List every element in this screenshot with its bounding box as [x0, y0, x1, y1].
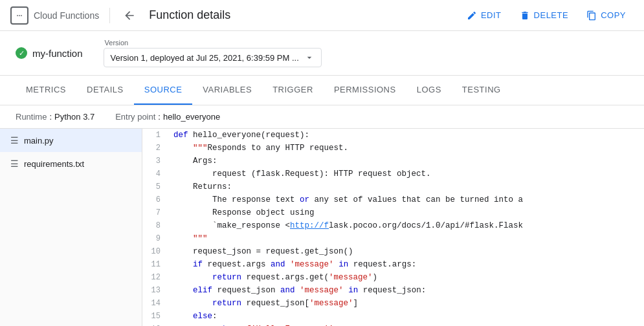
line-code: return request.args.get('message') [168, 271, 644, 284]
table-row: 13 elif request_json and 'message' in re… [142, 284, 644, 297]
line-number: 6 [142, 193, 168, 206]
entry-point-colon: : [158, 112, 161, 122]
line-code: `make_response <http://flask.pocoo.org/d… [168, 219, 644, 232]
line-code: Args: [168, 155, 644, 168]
status-icon: ✓ [16, 47, 27, 59]
file-icon-main: ☰ [10, 135, 19, 146]
logo-icon: ··· [10, 6, 28, 25]
line-code: return f'Hello Everyone!' [168, 323, 644, 326]
app-logo: ··· Cloud Functions [10, 6, 99, 25]
copy-button[interactable]: COPY [579, 6, 634, 25]
top-nav: ··· Cloud Functions Function details EDI… [0, 0, 644, 31]
tab-permissions[interactable]: PERMISSIONS [324, 76, 406, 105]
copy-label: COPY [601, 10, 626, 20]
version-value: Version 1, deployed at Jul 25, 2021, 6:3… [111, 53, 299, 63]
line-code: """Responds to any HTTP request. [168, 142, 644, 155]
tab-testing[interactable]: TESTING [452, 76, 511, 105]
line-number: 9 [142, 232, 168, 245]
file-tree: ☰ main.py ☰ requirements.txt [0, 129, 142, 326]
tab-details[interactable]: DETAILS [76, 76, 134, 105]
code-editor[interactable]: 1def hello_everyone(request):2 """Respon… [142, 129, 644, 326]
version-selector: Version Version 1, deployed at Jul 25, 2… [104, 39, 322, 67]
runtime-colon: : [49, 112, 52, 122]
delete-button[interactable]: DELETE [512, 6, 577, 25]
line-number: 7 [142, 206, 168, 219]
line-number: 4 [142, 168, 168, 180]
tab-source[interactable]: SOURCE [134, 76, 193, 105]
table-row: 12 return request.args.get('message') [142, 271, 644, 284]
line-number: 12 [142, 271, 168, 284]
table-row: 5 Returns: [142, 180, 644, 193]
tab-metrics[interactable]: METRICS [16, 76, 76, 105]
tab-variables[interactable]: VARIABLES [192, 76, 262, 105]
function-header: ✓ my-function Version Version 1, deploye… [0, 31, 644, 76]
line-code: elif request_json and 'message' in reque… [168, 284, 644, 297]
tabs-bar: METRICS DETAILS SOURCE VARIABLES TRIGGER… [0, 76, 644, 105]
line-code: request (flask.Request): HTTP request ob… [168, 168, 644, 180]
table-row: 2 """Responds to any HTTP request. [142, 142, 644, 155]
function-name: my-function [32, 48, 83, 59]
table-row: 15 else: [142, 310, 644, 323]
line-number: 8 [142, 219, 168, 232]
line-number: 2 [142, 142, 168, 155]
table-row: 11 if request.args and 'message' in requ… [142, 258, 644, 271]
line-number: 3 [142, 155, 168, 168]
line-code: Response object using [168, 206, 644, 219]
line-number: 13 [142, 284, 168, 297]
nav-actions: EDIT DELETE COPY [459, 6, 634, 25]
function-name-display: ✓ my-function [16, 47, 83, 59]
table-row: 7 Response object using [142, 206, 644, 219]
line-code: return request_json['message'] [168, 297, 644, 310]
line-number: 11 [142, 258, 168, 271]
line-code: if request.args and 'message' in request… [168, 258, 644, 271]
file-name-main: main.py [24, 136, 54, 146]
line-number: 15 [142, 310, 168, 323]
runtime-value: Python 3.7 [54, 112, 94, 122]
line-code: else: [168, 310, 644, 323]
entry-point-label: Entry point [115, 112, 155, 122]
table-row: 10 request_json = request.get_json() [142, 245, 644, 258]
entry-point-value: hello_everyone [163, 112, 220, 122]
line-code: def hello_everyone(request): [168, 129, 644, 142]
table-row: 6 The response text or any set of values… [142, 193, 644, 206]
line-code: request_json = request.get_json() [168, 245, 644, 258]
tab-trigger[interactable]: TRIGGER [262, 76, 324, 105]
table-row: 4 request (flask.Request): HTTP request … [142, 168, 644, 180]
edit-button[interactable]: EDIT [459, 6, 509, 25]
line-code: Returns: [168, 180, 644, 193]
code-table: 1def hello_everyone(request):2 """Respon… [142, 129, 644, 326]
table-row: 16 return f'Hello Everyone!' [142, 323, 644, 326]
tab-logs[interactable]: LOGS [406, 76, 452, 105]
table-row: 3 Args: [142, 155, 644, 168]
runtime-item: Runtime : Python 3.7 [16, 112, 94, 122]
line-number: 16 [142, 323, 168, 326]
line-code: The response text or any set of values t… [168, 193, 644, 206]
runtime-label: Runtime [16, 112, 47, 122]
line-number: 1 [142, 129, 168, 142]
file-item-requirements[interactable]: ☰ requirements.txt [0, 152, 142, 175]
file-name-requirements: requirements.txt [24, 159, 84, 169]
entry-point-item: Entry point : hello_everyone [115, 112, 220, 122]
version-label: Version [105, 39, 322, 47]
table-row: 8 `make_response <http://flask.pocoo.org… [142, 219, 644, 232]
app-name: Cloud Functions [34, 10, 99, 21]
line-number: 10 [142, 245, 168, 258]
file-item-main[interactable]: ☰ main.py [0, 129, 142, 152]
edit-label: EDIT [481, 10, 502, 20]
table-row: 14 return request_json['message'] [142, 297, 644, 310]
line-number: 14 [142, 297, 168, 310]
nav-divider [109, 8, 110, 23]
table-row: 1def hello_everyone(request): [142, 129, 644, 142]
line-number: 5 [142, 180, 168, 193]
line-code: """ [168, 232, 644, 245]
main-content: ☰ main.py ☰ requirements.txt 1def hello_… [0, 129, 644, 326]
version-dropdown[interactable]: Version 1, deployed at Jul 25, 2021, 6:3… [104, 48, 322, 67]
table-row: 9 """ [142, 232, 644, 245]
page-title: Function details [149, 8, 230, 22]
file-icon-requirements: ☰ [10, 158, 19, 169]
delete-label: DELETE [534, 10, 569, 20]
back-button[interactable] [120, 6, 139, 25]
runtime-bar: Runtime : Python 3.7 Entry point : hello… [0, 105, 644, 129]
